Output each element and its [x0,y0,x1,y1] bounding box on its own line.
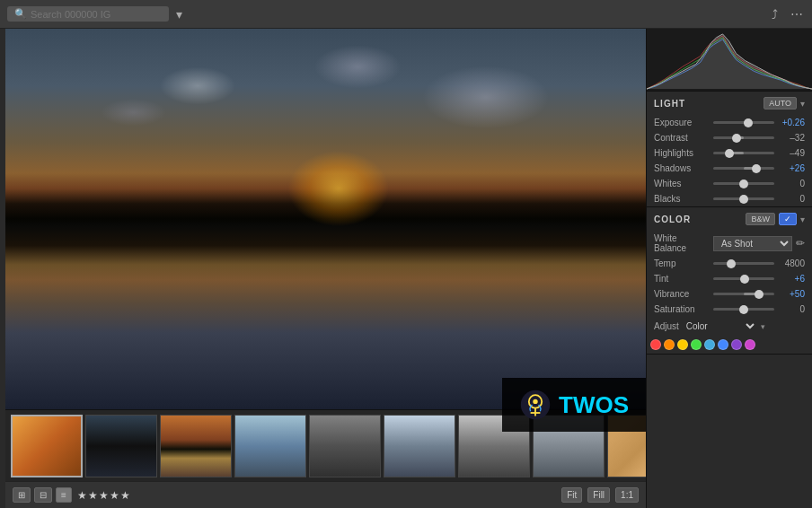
color-dot-green[interactable] [691,339,702,350]
whites-track[interactable] [713,182,774,185]
auto-button[interactable]: AUTO [763,97,797,109]
center-area: ⊞ ⊟ ≡ ★★★★★ Fit Fill 1:1 [5,29,646,508]
adjust-row: Adjust Color Black & White ▾ [647,317,812,336]
filmstrip-thumb-3[interactable] [160,415,232,477]
vibrance-track[interactable] [713,293,774,295]
color-dot-magenta[interactable] [745,339,755,350]
saturation-thumb[interactable] [739,305,748,314]
color-panel-header[interactable]: COLOR B&W ✓ ▾ [647,207,812,231]
filmstrip-thumb-6[interactable] [384,415,455,477]
color-dot-orange[interactable] [664,339,675,350]
vibrance-value: +50 [778,289,805,299]
contrast-thumb[interactable] [732,134,741,143]
filter-button[interactable]: ▾ [174,5,184,23]
exposure-thumb[interactable] [744,118,753,127]
blacks-thumb[interactable] [739,195,748,204]
color-dot-blue[interactable] [718,339,728,350]
highlights-value: –49 [778,148,805,158]
whites-label: Whites [654,179,710,188]
temp-row: Temp 4800 [647,256,812,271]
color-dots-row [647,336,812,354]
contrast-track[interactable] [713,136,774,139]
shadows-thumb[interactable] [752,164,761,173]
image-viewer [5,29,646,409]
vibrance-thumb[interactable] [755,290,763,299]
wb-select[interactable]: As Shot Auto Daylight Cloudy Custom [713,236,792,251]
color-title: COLOR [654,215,691,224]
temp-track[interactable] [713,262,774,265]
adjust-label: Adjust [654,321,679,331]
whites-row: Whites 0 [647,176,812,191]
bottom-bar-right: Fit Fill 1:1 [561,487,639,503]
list-view-button[interactable]: ≡ [56,487,72,503]
highlights-thumb[interactable] [725,149,734,158]
color-dot-red[interactable] [650,339,661,350]
light-section: LIGHT AUTO ▾ Exposure +0.26 Contrast [647,92,812,207]
tint-track[interactable] [713,277,774,280]
star-rating[interactable]: ★★★★★ [77,489,131,502]
temp-label: Temp [654,258,710,268]
color-section: COLOR B&W ✓ ▾ White Balance As Shot Auto… [647,207,812,355]
whites-value: 0 [778,179,805,188]
blacks-track[interactable] [713,197,774,200]
adjust-chevron-icon: ▾ [761,322,765,331]
light-chevron-icon: ▾ [800,99,805,109]
highlights-track[interactable] [713,152,774,154]
filmstrip-thumb-4[interactable] [234,415,306,477]
color-dot-yellow[interactable] [677,339,688,350]
exposure-row: Exposure +0.26 [647,115,812,130]
toolbar-right: ⤴ ⋯ [770,5,805,23]
menu-button[interactable]: ⋯ [789,5,805,23]
shadows-track[interactable] [713,167,774,170]
saturation-label: Saturation [654,304,710,314]
exposure-track[interactable] [713,121,774,124]
color-mode-button[interactable]: ✓ [779,213,797,225]
contrast-value: –32 [778,133,805,143]
filmstrip-thumb-5[interactable] [309,415,381,477]
histogram-chart [647,29,812,91]
color-dot-teal[interactable] [704,339,715,350]
histogram [647,29,812,92]
search-icon: 🔍 [14,8,27,20]
exposure-value: +0.26 [778,118,805,127]
eyedropper-icon[interactable]: ✏ [796,237,805,250]
main-area: ⊞ ⊟ ≡ ★★★★★ Fit Fill 1:1 [0,29,812,508]
saturation-track[interactable] [713,308,774,311]
svg-point-5 [533,399,537,404]
saturation-row: Saturation 0 [647,302,812,317]
fill-button[interactable]: Fill [587,487,610,503]
toolbar-left: 🔍 ▾ [7,5,184,23]
whites-thumb[interactable] [739,180,748,188]
temp-value: 4800 [778,258,805,268]
light-panel-header[interactable]: LIGHT AUTO ▾ [647,92,812,115]
bw-button[interactable]: B&W [746,213,775,225]
filmstrip-thumb-2[interactable] [85,415,157,477]
blacks-row: Blacks 0 [647,191,812,206]
twos-watermark: TWOS [502,378,646,432]
blacks-label: Blacks [654,194,710,204]
ratio-button[interactable]: 1:1 [615,487,639,503]
light-title: LIGHT [654,99,685,109]
tint-thumb[interactable] [740,275,749,284]
twos-logo-icon [519,389,552,421]
fit-button[interactable]: Fit [561,487,582,503]
adjust-select[interactable]: Color Black & White [683,320,757,332]
search-input[interactable] [31,9,156,20]
wb-label: White Balance [654,233,710,253]
share-button[interactable]: ⤴ [770,5,780,23]
temp-thumb[interactable] [727,259,736,268]
vibrance-label: Vibrance [654,289,710,299]
highlights-label: Highlights [654,148,710,158]
contrast-row: Contrast –32 [647,130,812,145]
bottom-bar-left: ⊞ ⊟ ≡ [13,487,72,503]
tint-value: +6 [778,274,805,284]
color-dot-purple[interactable] [731,339,742,350]
filmstrip-thumb-1[interactable] [11,415,83,477]
search-box[interactable]: 🔍 [7,6,169,22]
twos-brand-text: TWOS [559,391,629,419]
contrast-label: Contrast [654,133,710,143]
compare-view-button[interactable]: ⊟ [34,487,52,503]
bottom-toolbar: ⊞ ⊟ ≡ ★★★★★ Fit Fill 1:1 [5,481,646,508]
tint-label: Tint [654,274,710,284]
grid-view-button[interactable]: ⊞ [13,487,31,503]
